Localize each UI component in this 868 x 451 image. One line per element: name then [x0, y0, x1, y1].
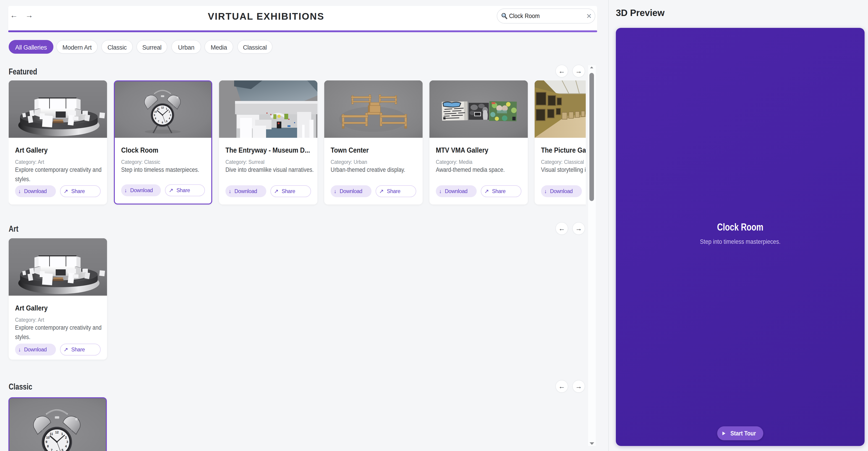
svg-text:1: 1	[166, 107, 167, 110]
svg-text:2: 2	[65, 436, 67, 439]
svg-text:7: 7	[51, 448, 53, 451]
svg-text:3: 3	[66, 440, 68, 444]
svg-text:7: 7	[158, 120, 159, 123]
svg-text:11: 11	[157, 107, 159, 110]
svg-text:6: 6	[56, 450, 58, 451]
svg-text:9: 9	[154, 114, 155, 116]
svg-text:10: 10	[46, 436, 50, 439]
svg-text:12: 12	[161, 106, 164, 109]
svg-text:5: 5	[166, 120, 167, 123]
svg-text:12: 12	[55, 430, 59, 434]
svg-text:2: 2	[168, 110, 170, 113]
svg-text:11: 11	[50, 432, 53, 436]
svg-text:5: 5	[62, 448, 63, 451]
svg-text:8: 8	[155, 117, 156, 120]
svg-text:6: 6	[162, 121, 163, 124]
svg-text:1: 1	[61, 432, 63, 436]
svg-text:4: 4	[168, 117, 170, 120]
svg-text:10: 10	[154, 110, 157, 113]
svg-text:9: 9	[45, 440, 48, 444]
svg-text:4: 4	[65, 444, 67, 448]
svg-text:3: 3	[170, 114, 171, 116]
svg-text:8: 8	[47, 444, 49, 448]
